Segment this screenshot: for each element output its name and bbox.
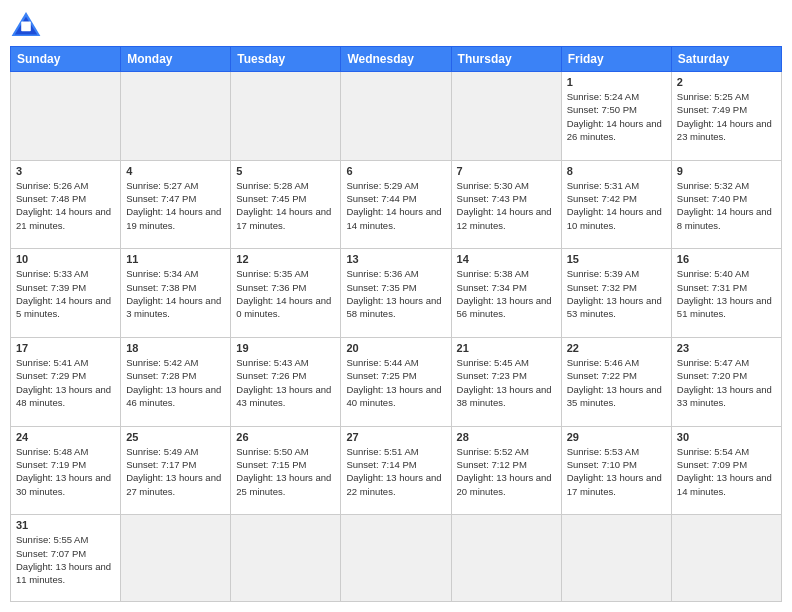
- day-info: Sunrise: 5:46 AM Sunset: 7:22 PM Dayligh…: [567, 356, 666, 409]
- day-info: Sunrise: 5:55 AM Sunset: 7:07 PM Dayligh…: [16, 533, 115, 586]
- day-number: 9: [677, 165, 776, 177]
- header: [10, 10, 782, 38]
- day-info: Sunrise: 5:25 AM Sunset: 7:49 PM Dayligh…: [677, 90, 776, 143]
- calendar-cell: 3Sunrise: 5:26 AM Sunset: 7:48 PM Daylig…: [11, 160, 121, 249]
- day-info: Sunrise: 5:54 AM Sunset: 7:09 PM Dayligh…: [677, 445, 776, 498]
- day-header-thursday: Thursday: [451, 47, 561, 72]
- day-number: 29: [567, 431, 666, 443]
- day-number: 14: [457, 253, 556, 265]
- calendar-week-row: 31Sunrise: 5:55 AM Sunset: 7:07 PM Dayli…: [11, 515, 782, 602]
- calendar-cell: 11Sunrise: 5:34 AM Sunset: 7:38 PM Dayli…: [121, 249, 231, 338]
- calendar-cell: 8Sunrise: 5:31 AM Sunset: 7:42 PM Daylig…: [561, 160, 671, 249]
- day-number: 24: [16, 431, 115, 443]
- page: SundayMondayTuesdayWednesdayThursdayFrid…: [0, 0, 792, 612]
- day-number: 10: [16, 253, 115, 265]
- day-info: Sunrise: 5:38 AM Sunset: 7:34 PM Dayligh…: [457, 267, 556, 320]
- calendar-cell: [451, 72, 561, 161]
- calendar-cell: 1Sunrise: 5:24 AM Sunset: 7:50 PM Daylig…: [561, 72, 671, 161]
- day-info: Sunrise: 5:40 AM Sunset: 7:31 PM Dayligh…: [677, 267, 776, 320]
- calendar-cell: 6Sunrise: 5:29 AM Sunset: 7:44 PM Daylig…: [341, 160, 451, 249]
- day-header-sunday: Sunday: [11, 47, 121, 72]
- calendar-cell: 10Sunrise: 5:33 AM Sunset: 7:39 PM Dayli…: [11, 249, 121, 338]
- calendar-cell: [121, 515, 231, 602]
- day-number: 8: [567, 165, 666, 177]
- day-info: Sunrise: 5:53 AM Sunset: 7:10 PM Dayligh…: [567, 445, 666, 498]
- day-info: Sunrise: 5:49 AM Sunset: 7:17 PM Dayligh…: [126, 445, 225, 498]
- calendar-cell: 14Sunrise: 5:38 AM Sunset: 7:34 PM Dayli…: [451, 249, 561, 338]
- day-number: 30: [677, 431, 776, 443]
- day-info: Sunrise: 5:36 AM Sunset: 7:35 PM Dayligh…: [346, 267, 445, 320]
- day-number: 25: [126, 431, 225, 443]
- day-info: Sunrise: 5:28 AM Sunset: 7:45 PM Dayligh…: [236, 179, 335, 232]
- calendar-cell: 15Sunrise: 5:39 AM Sunset: 7:32 PM Dayli…: [561, 249, 671, 338]
- calendar-cell: [121, 72, 231, 161]
- day-header-wednesday: Wednesday: [341, 47, 451, 72]
- day-info: Sunrise: 5:51 AM Sunset: 7:14 PM Dayligh…: [346, 445, 445, 498]
- calendar-week-row: 17Sunrise: 5:41 AM Sunset: 7:29 PM Dayli…: [11, 338, 782, 427]
- calendar: SundayMondayTuesdayWednesdayThursdayFrid…: [10, 46, 782, 602]
- calendar-cell: 28Sunrise: 5:52 AM Sunset: 7:12 PM Dayli…: [451, 426, 561, 515]
- day-info: Sunrise: 5:27 AM Sunset: 7:47 PM Dayligh…: [126, 179, 225, 232]
- day-info: Sunrise: 5:29 AM Sunset: 7:44 PM Dayligh…: [346, 179, 445, 232]
- day-info: Sunrise: 5:34 AM Sunset: 7:38 PM Dayligh…: [126, 267, 225, 320]
- calendar-cell: 30Sunrise: 5:54 AM Sunset: 7:09 PM Dayli…: [671, 426, 781, 515]
- day-number: 7: [457, 165, 556, 177]
- day-header-monday: Monday: [121, 47, 231, 72]
- calendar-cell: 4Sunrise: 5:27 AM Sunset: 7:47 PM Daylig…: [121, 160, 231, 249]
- day-number: 11: [126, 253, 225, 265]
- calendar-cell: 29Sunrise: 5:53 AM Sunset: 7:10 PM Dayli…: [561, 426, 671, 515]
- calendar-cell: 2Sunrise: 5:25 AM Sunset: 7:49 PM Daylig…: [671, 72, 781, 161]
- day-info: Sunrise: 5:31 AM Sunset: 7:42 PM Dayligh…: [567, 179, 666, 232]
- calendar-week-row: 3Sunrise: 5:26 AM Sunset: 7:48 PM Daylig…: [11, 160, 782, 249]
- calendar-cell: 17Sunrise: 5:41 AM Sunset: 7:29 PM Dayli…: [11, 338, 121, 427]
- calendar-cell: 22Sunrise: 5:46 AM Sunset: 7:22 PM Dayli…: [561, 338, 671, 427]
- day-number: 16: [677, 253, 776, 265]
- day-info: Sunrise: 5:39 AM Sunset: 7:32 PM Dayligh…: [567, 267, 666, 320]
- calendar-cell: 12Sunrise: 5:35 AM Sunset: 7:36 PM Dayli…: [231, 249, 341, 338]
- day-info: Sunrise: 5:48 AM Sunset: 7:19 PM Dayligh…: [16, 445, 115, 498]
- calendar-cell: 27Sunrise: 5:51 AM Sunset: 7:14 PM Dayli…: [341, 426, 451, 515]
- day-info: Sunrise: 5:45 AM Sunset: 7:23 PM Dayligh…: [457, 356, 556, 409]
- calendar-cell: 9Sunrise: 5:32 AM Sunset: 7:40 PM Daylig…: [671, 160, 781, 249]
- calendar-cell: 24Sunrise: 5:48 AM Sunset: 7:19 PM Dayli…: [11, 426, 121, 515]
- day-number: 5: [236, 165, 335, 177]
- calendar-cell: 7Sunrise: 5:30 AM Sunset: 7:43 PM Daylig…: [451, 160, 561, 249]
- calendar-cell: 20Sunrise: 5:44 AM Sunset: 7:25 PM Dayli…: [341, 338, 451, 427]
- day-number: 22: [567, 342, 666, 354]
- calendar-cell: [561, 515, 671, 602]
- calendar-cell: 26Sunrise: 5:50 AM Sunset: 7:15 PM Dayli…: [231, 426, 341, 515]
- day-number: 21: [457, 342, 556, 354]
- day-info: Sunrise: 5:24 AM Sunset: 7:50 PM Dayligh…: [567, 90, 666, 143]
- calendar-cell: 21Sunrise: 5:45 AM Sunset: 7:23 PM Dayli…: [451, 338, 561, 427]
- logo-icon: [10, 10, 42, 38]
- day-info: Sunrise: 5:44 AM Sunset: 7:25 PM Dayligh…: [346, 356, 445, 409]
- calendar-cell: [671, 515, 781, 602]
- day-number: 19: [236, 342, 335, 354]
- day-number: 18: [126, 342, 225, 354]
- calendar-week-row: 24Sunrise: 5:48 AM Sunset: 7:19 PM Dayli…: [11, 426, 782, 515]
- day-info: Sunrise: 5:50 AM Sunset: 7:15 PM Dayligh…: [236, 445, 335, 498]
- calendar-cell: [11, 72, 121, 161]
- day-number: 2: [677, 76, 776, 88]
- day-number: 13: [346, 253, 445, 265]
- calendar-cell: [231, 72, 341, 161]
- calendar-cell: [451, 515, 561, 602]
- calendar-cell: [341, 515, 451, 602]
- day-info: Sunrise: 5:47 AM Sunset: 7:20 PM Dayligh…: [677, 356, 776, 409]
- day-number: 27: [346, 431, 445, 443]
- calendar-cell: 31Sunrise: 5:55 AM Sunset: 7:07 PM Dayli…: [11, 515, 121, 602]
- day-info: Sunrise: 5:41 AM Sunset: 7:29 PM Dayligh…: [16, 356, 115, 409]
- day-number: 28: [457, 431, 556, 443]
- day-number: 31: [16, 519, 115, 531]
- day-number: 3: [16, 165, 115, 177]
- day-info: Sunrise: 5:26 AM Sunset: 7:48 PM Dayligh…: [16, 179, 115, 232]
- day-number: 4: [126, 165, 225, 177]
- day-info: Sunrise: 5:30 AM Sunset: 7:43 PM Dayligh…: [457, 179, 556, 232]
- calendar-cell: 5Sunrise: 5:28 AM Sunset: 7:45 PM Daylig…: [231, 160, 341, 249]
- day-number: 23: [677, 342, 776, 354]
- day-info: Sunrise: 5:52 AM Sunset: 7:12 PM Dayligh…: [457, 445, 556, 498]
- calendar-week-row: 1Sunrise: 5:24 AM Sunset: 7:50 PM Daylig…: [11, 72, 782, 161]
- calendar-cell: [341, 72, 451, 161]
- day-number: 1: [567, 76, 666, 88]
- day-number: 20: [346, 342, 445, 354]
